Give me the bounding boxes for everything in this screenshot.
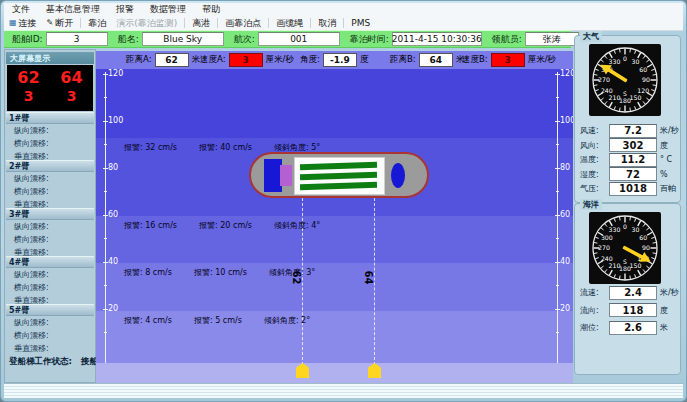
big-display-top-row: 6264 <box>7 68 93 87</box>
alarm-threshold-row-3: 报警: 4 cm/s报警: 5 cm/s倾斜角度: 2° <box>124 315 310 326</box>
alarm-tilt-angle: 倾斜角度: 4° <box>274 220 320 231</box>
measurement-unit: 米 <box>192 54 201 66</box>
measurement-1: 速度A:3厘米/秒 <box>200 53 294 67</box>
toolbar-button-4[interactable]: 离港 <box>187 17 215 30</box>
atmosphere-label: 湿度: <box>580 169 599 180</box>
arm-drift-label: 纵向漂移: <box>14 173 49 184</box>
ship-shape <box>249 152 429 198</box>
info-field-input[interactable]: Blue Sky <box>142 32 224 46</box>
axis-minor-tick <box>104 332 107 333</box>
ocean-value: 118 <box>609 303 657 317</box>
measurement-value-alarm: 3 <box>491 53 525 67</box>
toolbar-button-0[interactable]: ▦连接 <box>4 17 42 30</box>
axis-tick-label: 60 <box>108 211 118 219</box>
toolbar-button-3[interactable]: 演示(靠泊监测) <box>111 17 182 30</box>
axis-minor-tick <box>556 238 559 239</box>
ocean-unit: 米 <box>660 322 668 333</box>
svg-text:210: 210 <box>609 94 621 101</box>
band-6 <box>96 363 573 383</box>
alarm-threshold-row-0: 报警: 32 cm/s报警: 40 cm/s倾斜角度: 5° <box>124 142 320 153</box>
arm-drift-label: 纵向漂移: <box>14 125 49 136</box>
info-field-input[interactable]: 2011-4-15 10:30:36 <box>392 32 482 46</box>
menu-item-1[interactable]: 基本信息管理 <box>38 3 108 16</box>
ocean-unit: 米/秒 <box>660 287 679 298</box>
axis-tick-label: 20 <box>108 305 118 313</box>
big-display-value: 64 <box>60 68 82 87</box>
toolbar-button-7[interactable]: 取消 <box>313 17 341 30</box>
measurement-label: 速度B: <box>462 54 488 66</box>
menu-item-2[interactable]: 报警 <box>108 3 142 16</box>
ocean-value: 2.6 <box>609 321 657 335</box>
toolbar-button-6[interactable]: 画缆绳 <box>271 17 308 30</box>
svg-text:300: 300 <box>601 234 613 241</box>
toolbar-button-5[interactable]: 画靠泊点 <box>220 17 266 30</box>
axis-tick-label: 60 <box>560 211 570 219</box>
axis-tick-label: 40 <box>108 258 118 266</box>
alarm-speed-a: 报警: 16 cm/s <box>124 220 177 231</box>
axis-tick-label: 120 <box>108 70 123 78</box>
atmosphere-value: 7.2 <box>609 124 657 138</box>
big-display-panel: 6264 33 <box>7 65 93 111</box>
atmosphere-unit: ° C <box>660 155 672 164</box>
sidebar: 大屏幕显示 6264 33 1#臂纵向漂移:横向漂移:垂直漂移:2#臂纵向漂移:… <box>4 49 96 383</box>
toolbar-button-2[interactable]: 靠泊 <box>83 17 111 30</box>
ocean-title: 海洋 <box>580 199 602 210</box>
arm-drift-label: 横向漂移: <box>14 330 49 341</box>
toolbar-separator <box>310 18 311 28</box>
menu-bar: 文件基本信息管理报警数据管理帮助 <box>4 3 683 17</box>
measurement-value: -1.9 <box>323 53 357 67</box>
connect-icon: ▦ <box>9 19 17 27</box>
svg-text:270: 270 <box>598 244 610 251</box>
measurement-0: 距离A:62米 <box>126 53 200 67</box>
menu-item-4[interactable]: 帮助 <box>194 3 228 16</box>
menu-item-3[interactable]: 数据管理 <box>142 3 194 16</box>
axis-tick-label: 20 <box>560 305 570 313</box>
info-field-1: 船名:Blue Sky <box>118 32 224 46</box>
application-window: 文件基本信息管理报警数据管理帮助 ▦连接✎断开靠泊演示(靠泊监测)离港画靠泊点画… <box>0 0 687 402</box>
axis-minor-tick <box>104 238 107 239</box>
sensor-panel: 大气 0306090120150180210240270300330S 风速:7… <box>571 29 685 383</box>
alarm-threshold-row-1: 报警: 16 cm/s报警: 20 cm/s倾斜角度: 4° <box>124 220 320 231</box>
big-display-value: 3 <box>67 88 77 104</box>
arm-drift-label: 纵向漂移: <box>14 269 49 280</box>
status-bar <box>4 383 683 398</box>
alarm-speed-b: 报警: 5 cm/s <box>194 315 242 326</box>
svg-text:240: 240 <box>601 255 613 262</box>
svg-text:30: 30 <box>632 226 640 233</box>
ocean-group: 海洋 0306090120150180210240270300330S 流速:2… <box>574 203 681 375</box>
toolbar-button-1[interactable]: ✎断开 <box>42 17 79 30</box>
svg-text:210: 210 <box>609 262 621 269</box>
berthing-chart: 距离A:62米速度A:3厘米/秒角度:-1.9度距离B:64米速度B:3厘米/秒 <box>96 51 573 383</box>
atmosphere-label: 温度: <box>580 154 599 165</box>
ship-stern-tank <box>391 163 405 188</box>
svg-text:180: 180 <box>619 97 631 104</box>
arm-drift-label: 纵向漂移: <box>14 221 49 232</box>
info-field-input[interactable]: 3 <box>46 32 108 46</box>
arm-drift-label: 纵向漂移: <box>14 317 49 328</box>
atmosphere-row-0: 风速:7.2米/秒 <box>575 124 680 137</box>
measurement-3: 距离B:64米 <box>390 53 464 67</box>
disconnect-icon: ✎ <box>47 19 54 27</box>
toolbar-button-label: 取消 <box>318 17 336 30</box>
info-field-input[interactable]: 001 <box>258 32 340 46</box>
info-field-0: 船舶ID:3 <box>12 32 108 46</box>
ocean-label: 流向: <box>580 305 599 316</box>
measurement-2: 角度:-1.9度 <box>300 53 368 67</box>
ocean-row-2: 潮位:2.6米 <box>575 321 680 334</box>
atmosphere-value: 11.2 <box>609 153 657 167</box>
deck-stripe <box>300 182 377 191</box>
toolbar-button-label: 靠泊 <box>88 17 106 30</box>
band-1 <box>96 69 573 138</box>
svg-text:270: 270 <box>598 76 610 83</box>
deck-stripe <box>300 162 377 171</box>
menu-item-0[interactable]: 文件 <box>4 3 38 16</box>
measurement-value: 62 <box>155 53 189 67</box>
big-display-value: 3 <box>24 88 34 104</box>
toolbar-separator <box>268 18 269 28</box>
info-field-label: 船名: <box>118 33 139 46</box>
ocean-label: 潮位: <box>580 322 599 333</box>
measurement-label: 距离A: <box>126 54 152 66</box>
measurement-unit: 厘米/秒 <box>266 54 294 66</box>
atmosphere-unit: % <box>660 170 668 179</box>
toolbar-button-8[interactable]: PMS <box>346 18 375 28</box>
